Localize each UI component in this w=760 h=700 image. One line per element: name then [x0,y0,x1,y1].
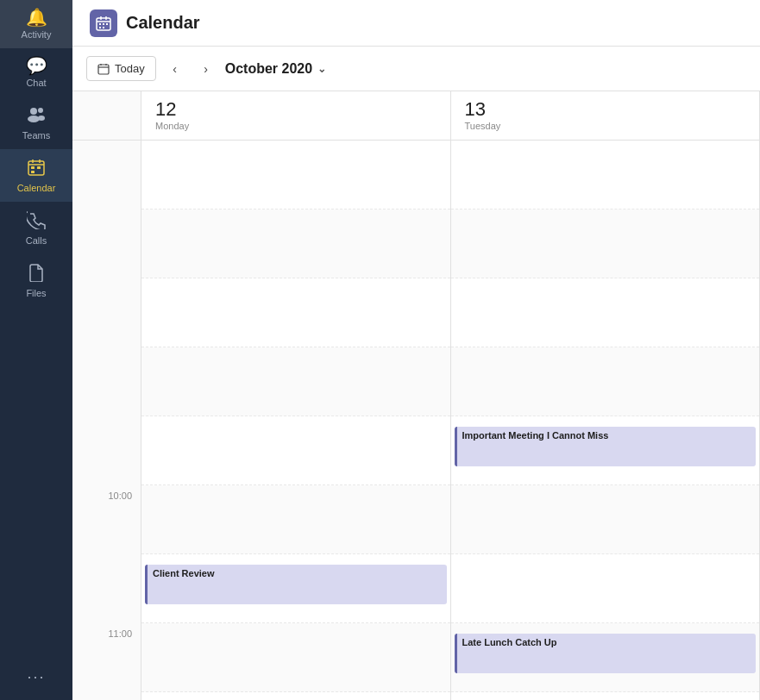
svg-point-3 [38,116,45,121]
svg-point-2 [28,116,40,122]
sidebar-item-activity-label: Activity [22,29,52,40]
chevron-down-icon: ⌄ [317,63,326,75]
header-spacer [72,91,141,140]
svg-rect-16 [103,23,104,25]
monday-cell-6[interactable] [141,485,450,554]
sidebar-item-calls-label: Calls [26,235,47,246]
monday-cell-1[interactable] [141,141,450,209]
today-button[interactable]: Today [86,56,156,81]
sidebar: 🔔 Activity 💬 Chat Teams [0,0,72,700]
header-calendar-icon [90,9,117,37]
header: Calendar [72,0,760,47]
client-review-event[interactable]: Client Review [145,565,447,604]
teams-icon [27,105,46,127]
next-icon: › [204,62,208,76]
day-12-number: 12 [155,100,437,119]
time-label-empty2 [72,209,141,278]
day-column-monday: Client Review Marketing Catch Up Microso… [141,141,451,700]
monday-cell-3[interactable] [141,278,450,347]
prev-nav-button[interactable]: ‹ [163,57,187,81]
time-label-1100: 11:00 [72,623,141,692]
important-meeting-title: Important Meeting I Cannot Miss [462,430,751,441]
day-13-number: 13 [465,100,746,119]
calendar-container: 12 Monday 13 Tuesday 10:00 11:00 12:00 [72,91,760,700]
svg-rect-10 [31,171,35,173]
svg-rect-4 [28,161,44,175]
svg-rect-9 [37,166,41,169]
month-label: October 2020 [225,61,312,77]
svg-rect-19 [103,27,104,28]
monday-cell-8[interactable] [141,623,450,692]
sidebar-item-calendar-label: Calendar [17,183,56,193]
svg-point-0 [30,108,37,115]
sidebar-item-calendar[interactable]: Calendar [0,149,72,202]
svg-rect-20 [98,65,109,74]
late-lunch-event[interactable]: Late Lunch Catch Up [455,634,757,673]
sidebar-item-chat-label: Chat [26,78,46,88]
sidebar-item-teams[interactable]: Teams [0,97,72,149]
prev-icon: ‹ [173,62,177,76]
chat-icon: 💬 [26,57,47,74]
sidebar-item-files-label: Files [26,288,46,298]
late-lunch-title: Late Lunch Catch Up [462,637,751,647]
activity-icon: 🔔 [26,9,47,26]
time-label-empty1 [72,141,141,209]
time-label-empty5 [72,416,141,485]
day-12-name: Monday [155,121,437,131]
sidebar-item-calls[interactable]: Calls [0,202,72,254]
sidebar-item-files[interactable]: Files [0,254,72,307]
tuesday-cell-9[interactable] [451,692,760,700]
day-header-monday: 12 Monday [141,91,451,140]
tuesday-cell-4[interactable] [451,347,760,416]
tuesday-cell-1[interactable] [451,141,760,209]
sidebar-item-chat[interactable]: 💬 Chat [0,48,72,97]
tuesday-cell-6[interactable] [451,485,760,554]
calendar-sidebar-icon [27,158,46,179]
time-label-1000: 10:00 [72,485,141,554]
page-title: Calendar [126,13,200,33]
monday-cell-2[interactable] [141,209,450,278]
toolbar: Today ‹ › October 2020 ⌄ [72,47,760,91]
tuesday-cell-3[interactable] [451,278,760,347]
client-review-title: Client Review [153,568,442,578]
tuesday-cell-2[interactable] [451,209,760,278]
day-headers: 12 Monday 13 Tuesday [72,91,760,141]
svg-point-1 [38,108,43,113]
time-label-empty4 [72,347,141,416]
svg-rect-8 [31,166,35,169]
day-column-tuesday: Important Meeting I Cannot Miss Late Lun… [451,141,761,700]
files-icon [27,263,46,284]
next-nav-button[interactable]: › [194,57,218,81]
time-labels-column: 10:00 11:00 12:00 13:00 14:00 15:00 16:0… [72,141,141,700]
time-label-empty6 [72,554,141,623]
main-area: Calendar Today ‹ › October 2020 ⌄ [72,0,760,700]
time-label-empty3 [72,278,141,347]
tuesday-cell-7[interactable] [451,554,760,623]
svg-rect-15 [99,23,101,25]
month-selector[interactable]: October 2020 ⌄ [225,61,326,77]
today-label: Today [115,62,145,75]
sidebar-item-teams-label: Teams [22,130,50,141]
monday-cell-5[interactable] [141,416,450,485]
today-icon [97,63,110,75]
monday-cell-4[interactable] [141,347,450,416]
calls-icon [27,210,46,232]
svg-rect-18 [99,27,101,28]
time-grid: 10:00 11:00 12:00 13:00 14:00 15:00 16:0… [72,141,760,700]
time-label-empty7 [72,692,141,700]
monday-cell-9[interactable] [141,692,450,700]
sidebar-more[interactable]: ... [27,665,45,683]
day-13-name: Tuesday [465,121,746,131]
day-header-tuesday: 13 Tuesday [451,91,761,140]
svg-rect-17 [106,23,108,25]
important-meeting-event[interactable]: Important Meeting I Cannot Miss [455,427,757,466]
sidebar-item-activity[interactable]: 🔔 Activity [0,0,72,48]
